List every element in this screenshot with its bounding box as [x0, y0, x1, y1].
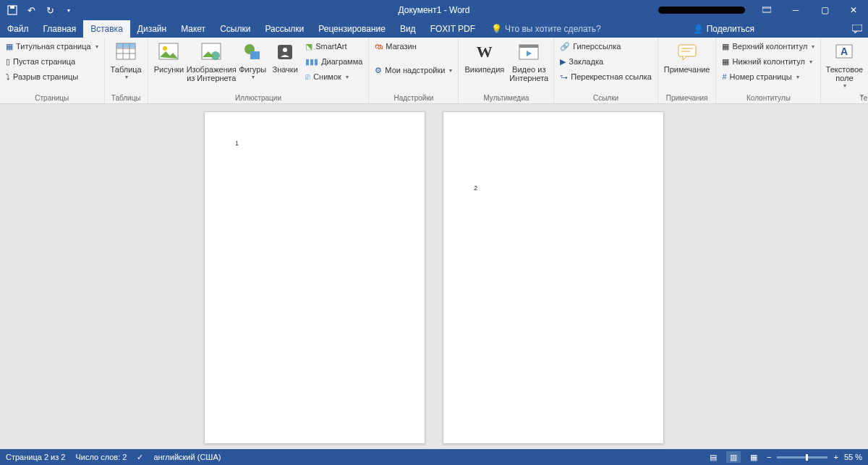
header-button[interactable]: ▦Верхний колонтитул▾: [719, 39, 817, 54]
tab-layout[interactable]: Макет: [174, 20, 213, 38]
zoom-out-button[interactable]: −: [767, 453, 771, 461]
tab-references[interactable]: Ссылки: [213, 20, 258, 38]
addins-icon: ⚙: [375, 66, 382, 75]
store-button[interactable]: 🛍Магазин: [372, 39, 455, 54]
read-mode-button[interactable]: ▤: [706, 451, 720, 463]
bookmark-icon: ▶: [560, 57, 566, 67]
pictures-button[interactable]: Рисунки: [151, 39, 187, 75]
status-page[interactable]: Страница 2 из 2: [6, 453, 65, 461]
text-box-button[interactable]: A Текстовое поле▾: [824, 39, 864, 90]
lightbulb-icon: 💡: [491, 24, 502, 34]
icons-button[interactable]: Значки: [269, 39, 301, 75]
hyperlink-icon: 🔗: [560, 42, 570, 51]
header-icon: ▦: [722, 42, 729, 51]
status-bar: Страница 2 из 2 Число слов: 2 ✓ английск…: [0, 449, 868, 465]
svg-text:A: A: [841, 46, 848, 57]
chart-icon: ▮▮▮: [305, 57, 318, 67]
footer-button[interactable]: ▦Нижний колонтитул▾: [719, 54, 817, 69]
minimize-button[interactable]: ─: [781, 0, 810, 20]
page-number-button[interactable]: #Номер страницы▾: [719, 69, 817, 84]
page-1-number: 1: [235, 140, 239, 147]
status-language[interactable]: английский (США): [153, 453, 221, 461]
zoom-slider[interactable]: [777, 456, 827, 458]
pagenum-icon: #: [722, 72, 726, 81]
qat-customize[interactable]: ▾: [61, 2, 77, 18]
online-pictures-icon: [200, 40, 223, 64]
tab-view[interactable]: Вид: [393, 20, 423, 38]
zoom-thumb[interactable]: [806, 454, 808, 461]
page-break-button[interactable]: ⤵Разрыв страницы: [3, 69, 101, 84]
shapes-icon: [241, 40, 264, 64]
online-video-button[interactable]: Видео из Интернета: [507, 39, 550, 84]
group-tables: Таблица▾ Таблицы: [105, 38, 148, 103]
smartart-button[interactable]: ⬔SmartArt: [302, 39, 365, 54]
tab-mailings[interactable]: Рассылки: [258, 20, 311, 38]
undo-button[interactable]: ↶: [23, 2, 39, 18]
screenshot-button[interactable]: ⎚Снимок▾: [302, 69, 365, 84]
svg-rect-20: [519, 45, 538, 48]
tab-home[interactable]: Главная: [36, 20, 84, 38]
tell-me-placeholder: Что вы хотите сделать?: [505, 24, 601, 34]
cover-page-button[interactable]: ▦Титульная страница▾: [3, 39, 101, 54]
cross-reference-button[interactable]: ⮑Перекрестная ссылка: [557, 69, 655, 84]
my-addins-button[interactable]: ⚙Мои надстройки▾: [372, 63, 455, 77]
print-layout-button[interactable]: ▥: [726, 451, 741, 463]
page-1[interactable]: 1: [204, 111, 425, 444]
footer-icon: ▦: [722, 57, 729, 67]
online-pictures-button[interactable]: Изображения из Интернета: [187, 39, 236, 84]
status-word-count[interactable]: Число слов: 2: [75, 453, 127, 461]
document-canvas[interactable]: 1 2: [0, 104, 868, 449]
ribbon-tabs: Файл Главная Вставка Дизайн Макет Ссылки…: [0, 20, 868, 38]
save-button[interactable]: [4, 2, 20, 18]
tab-design[interactable]: Дизайн: [130, 20, 174, 38]
redo-button[interactable]: ↻: [42, 2, 58, 18]
page-2[interactable]: 2: [443, 111, 664, 444]
collapse-ribbon-button[interactable]: ˄: [860, 94, 864, 102]
svg-rect-21: [678, 45, 696, 56]
svg-rect-16: [250, 51, 260, 59]
table-button[interactable]: Таблица▾: [108, 39, 145, 82]
group-label-pages: Страницы: [3, 94, 101, 103]
blank-page-icon: ▯: [6, 57, 10, 67]
svg-rect-2: [762, 7, 771, 12]
group-label-headerfooter: Колонтитулы: [719, 94, 817, 103]
group-pages: ▦Титульная страница▾ ▯Пустая страница ⤵Р…: [0, 38, 105, 103]
close-button[interactable]: ✕: [839, 0, 868, 20]
tab-review[interactable]: Рецензирование: [311, 20, 393, 38]
wikipedia-button[interactable]: W Википедия: [461, 39, 507, 75]
zoom-level[interactable]: 55 %: [844, 453, 862, 461]
comments-pane-button[interactable]: [846, 20, 868, 38]
ribbon: ▦Титульная страница▾ ▯Пустая страница ⤵Р…: [0, 38, 868, 104]
screenshot-icon: ⎚: [305, 72, 310, 81]
group-headerfooter: ▦Верхний колонтитул▾ ▦Нижний колонтитул▾…: [716, 38, 821, 103]
zoom-in-button[interactable]: +: [833, 453, 838, 461]
wikipedia-icon: W: [473, 40, 496, 64]
comment-icon: [852, 25, 862, 33]
tab-insert[interactable]: Вставка: [83, 20, 130, 38]
table-icon: [114, 40, 137, 64]
share-button[interactable]: 👤 Поделиться: [686, 20, 762, 38]
chart-button[interactable]: ▮▮▮Диаграмма: [302, 54, 365, 69]
status-proofing-icon[interactable]: ✓: [137, 453, 143, 462]
pictures-icon: [157, 40, 180, 64]
tab-file[interactable]: Файл: [0, 20, 36, 38]
group-links: 🔗Гиперссылка ▶Закладка ⮑Перекрестная ссы…: [554, 38, 658, 103]
hyperlink-button[interactable]: 🔗Гиперссылка: [557, 39, 655, 54]
page-break-icon: ⤵: [6, 72, 10, 81]
ribbon-display-options[interactable]: [752, 0, 781, 20]
share-label: Поделиться: [707, 24, 754, 34]
comment-button[interactable]: Примечание: [661, 39, 713, 75]
shapes-button[interactable]: Фигуры▾: [236, 39, 269, 82]
maximize-button[interactable]: ▢: [810, 0, 839, 20]
tab-foxit[interactable]: FOXIT PDF: [423, 20, 482, 38]
blank-page-button[interactable]: ▯Пустая страница: [3, 54, 101, 69]
group-label-illustrations: Иллюстрации: [151, 94, 366, 103]
page-2-number: 2: [474, 184, 477, 192]
tell-me-search[interactable]: 💡 Что вы хотите сделать?: [482, 20, 601, 38]
bookmark-button[interactable]: ▶Закладка: [557, 54, 655, 69]
web-layout-button[interactable]: ▦: [746, 451, 761, 463]
group-addins: 🛍Магазин ⚙Мои надстройки▾ Надстройки: [369, 38, 459, 103]
icons-icon: [273, 40, 297, 64]
svg-rect-1: [10, 6, 14, 9]
textbox-icon: A: [833, 40, 856, 64]
